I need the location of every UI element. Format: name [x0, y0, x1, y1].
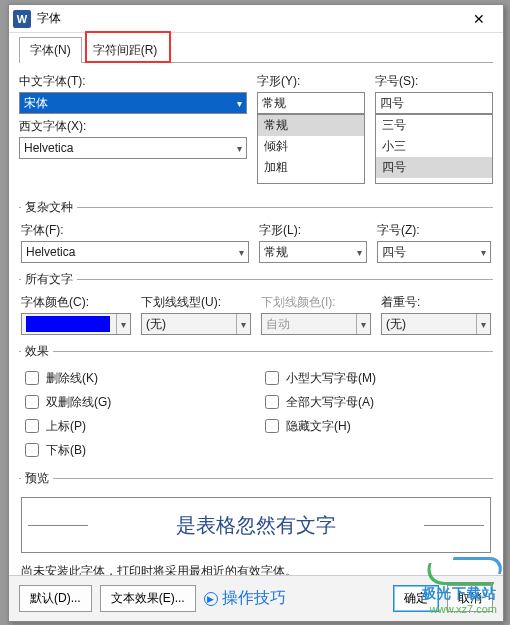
list-item[interactable]: 小三	[376, 136, 492, 157]
checkbox[interactable]	[25, 419, 39, 433]
chevron-down-icon: ▾	[237, 143, 242, 154]
app-icon: W	[13, 10, 31, 28]
chk-smallcaps[interactable]: 小型大写字母(M)	[261, 366, 491, 390]
label-underline-type: 下划线线型(U):	[141, 294, 251, 311]
cn-font-value: 宋体	[24, 95, 48, 112]
group-effects: 效果 删除线(K) 双删除线(G) 上标(P) 下标(B) 小型大写字母(M) …	[19, 343, 493, 462]
list-item[interactable]: 常规	[258, 115, 364, 136]
tab-char-spacing[interactable]: 字符间距(R)	[82, 37, 169, 63]
chevron-down-icon: ▾	[239, 247, 244, 258]
play-icon: ▶	[204, 592, 218, 606]
tab-font[interactable]: 字体(N)	[19, 37, 82, 63]
legend-complex: 复杂文种	[21, 199, 77, 216]
chk-superscript[interactable]: 上标(P)	[21, 414, 251, 438]
label-style: 字形(Y):	[257, 73, 365, 90]
legend-alltext: 所有文字	[21, 271, 77, 288]
cancel-button[interactable]: 取消	[447, 585, 493, 612]
label-emphasis: 着重号:	[381, 294, 491, 311]
size-value: 四号	[380, 95, 404, 112]
footer: 默认(D)... 文本效果(E)... ▶ 操作技巧 确定 取消	[9, 575, 503, 621]
chevron-down-icon: ▾	[237, 98, 242, 109]
cn-font-combo[interactable]: 宋体 ▾	[19, 92, 247, 114]
ok-button[interactable]: 确定	[393, 585, 439, 612]
checkbox[interactable]	[25, 443, 39, 457]
chevron-down-icon: ▾	[236, 314, 246, 334]
style-value: 常规	[262, 95, 286, 112]
default-button[interactable]: 默认(D)...	[19, 585, 92, 612]
complex-font-value: Helvetica	[26, 245, 75, 259]
list-item[interactable]: 四号	[376, 157, 492, 178]
group-alltext: 所有文字 字体颜色(C): ▾ 下划线线型(U): (无) ▾	[19, 271, 493, 335]
style-input[interactable]: 常规	[257, 92, 365, 114]
west-font-combo[interactable]: Helvetica ▾	[19, 137, 247, 159]
list-item[interactable]: 倾斜	[258, 136, 364, 157]
chevron-down-icon: ▾	[357, 247, 362, 258]
complex-style-combo[interactable]: 常规 ▾	[259, 241, 367, 263]
label-cn-font: 中文字体(T):	[19, 73, 247, 90]
preview-box: 是表格忽然有文字	[21, 497, 491, 553]
tab-strip: 字体(N) 字符间距(R)	[19, 37, 493, 63]
chk-hidden[interactable]: 隐藏文字(H)	[261, 414, 491, 438]
label-font-color: 字体颜色(C):	[21, 294, 131, 311]
tips-link[interactable]: ▶ 操作技巧	[204, 588, 286, 609]
emphasis-value: (无)	[386, 316, 406, 333]
west-font-value: Helvetica	[24, 141, 73, 155]
chevron-down-icon: ▾	[356, 314, 366, 334]
chevron-down-icon: ▾	[476, 314, 486, 334]
group-complex: 复杂文种 字体(F): Helvetica ▾ 字形(L): 常规 ▾	[19, 199, 493, 263]
checkbox[interactable]	[265, 395, 279, 409]
font-color-picker[interactable]: ▾	[21, 313, 131, 335]
color-swatch	[26, 316, 110, 332]
emphasis-combo[interactable]: (无) ▾	[381, 313, 491, 335]
label-west-font: 西文字体(X):	[19, 118, 247, 135]
label-complex-style: 字形(L):	[259, 222, 367, 239]
chevron-down-icon: ▾	[481, 247, 486, 258]
titlebar: W 字体 ✕	[9, 5, 503, 33]
size-list[interactable]: 三号 小三 四号	[375, 114, 493, 184]
underline-type-value: (无)	[146, 316, 166, 333]
label-underline-color: 下划线颜色(I):	[261, 294, 371, 311]
checkbox[interactable]	[265, 419, 279, 433]
chk-strike[interactable]: 删除线(K)	[21, 366, 251, 390]
preview-text: 是表格忽然有文字	[176, 512, 336, 539]
checkbox[interactable]	[25, 395, 39, 409]
complex-font-combo[interactable]: Helvetica ▾	[21, 241, 249, 263]
text-effects-button[interactable]: 文本效果(E)...	[100, 585, 196, 612]
group-preview: 预览 是表格忽然有文字	[19, 470, 493, 557]
list-item[interactable]: 加粗	[258, 157, 364, 178]
underline-color-value: 自动	[266, 316, 290, 333]
size-input[interactable]: 四号	[375, 92, 493, 114]
font-dialog: W 字体 ✕ 字体(N) 字符间距(R) 中文字体(T): 宋体 ▾ 字形(Y)…	[8, 4, 504, 622]
legend-preview: 预览	[21, 470, 53, 487]
label-complex-font: 字体(F):	[21, 222, 249, 239]
underline-color-combo: 自动 ▾	[261, 313, 371, 335]
chk-allcaps[interactable]: 全部大写字母(A)	[261, 390, 491, 414]
complex-size-value: 四号	[382, 244, 406, 261]
chk-double-strike[interactable]: 双删除线(G)	[21, 390, 251, 414]
legend-effects: 效果	[21, 343, 53, 360]
complex-size-combo[interactable]: 四号 ▾	[377, 241, 491, 263]
complex-style-value: 常规	[264, 244, 288, 261]
list-item[interactable]: 三号	[376, 115, 492, 136]
chk-subscript[interactable]: 下标(B)	[21, 438, 251, 462]
dialog-title: 字体	[37, 10, 459, 27]
style-list[interactable]: 常规 倾斜 加粗	[257, 114, 365, 184]
checkbox[interactable]	[25, 371, 39, 385]
label-complex-size: 字号(Z):	[377, 222, 491, 239]
close-button[interactable]: ✕	[459, 5, 499, 33]
underline-type-combo[interactable]: (无) ▾	[141, 313, 251, 335]
checkbox[interactable]	[265, 371, 279, 385]
chevron-down-icon: ▾	[116, 314, 126, 334]
label-size: 字号(S):	[375, 73, 493, 90]
